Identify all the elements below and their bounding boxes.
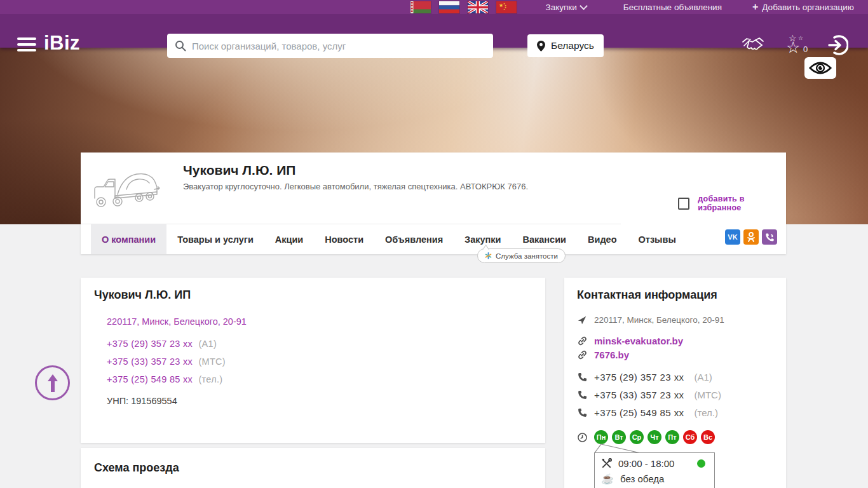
top-utility-bar: ★ ★★ ★★ Закупки Бесплатные объявления + …	[0, 0, 868, 14]
plus-icon: +	[752, 1, 758, 13]
viber-icon[interactable]	[762, 229, 777, 245]
tab-news[interactable]: Новости	[314, 224, 374, 254]
topbar-free-ads-link[interactable]: Бесплатные объявления	[623, 3, 722, 12]
flag-belarus-icon[interactable]	[410, 1, 431, 13]
views-eye-badge[interactable]	[804, 57, 836, 79]
chevron-down-icon	[580, 2, 588, 10]
topbar-add-organization-link[interactable]: + Добавить организацию	[752, 1, 854, 13]
day-badge-tue[interactable]: Вт	[612, 430, 626, 444]
star-icon: ☆	[789, 33, 797, 43]
company-profile-card: Чукович Л.Ю. ИП Эвакуатор круглосуточно.…	[81, 152, 786, 254]
tab-video[interactable]: Видео	[577, 224, 628, 254]
tab-about[interactable]: О компании	[91, 224, 166, 254]
topbar-procurement-menu[interactable]: Закупки	[546, 3, 587, 12]
website-link[interactable]: minsk-evakuator.by	[594, 336, 683, 346]
phone-operator: (А1)	[198, 339, 217, 349]
coffee-cup-icon: ☕	[601, 474, 614, 484]
phone-number[interactable]: +375 (29) 357 23 xx	[594, 372, 684, 383]
company-info-card: Чукович Л.Ю. ИП 220117, Минск, Белецкого…	[81, 278, 545, 443]
add-org-label: Добавить организацию	[762, 3, 854, 12]
website-row: 7676.by	[577, 349, 629, 360]
open-now-dot	[697, 459, 705, 468]
favorite-label: добавить в избранное	[698, 194, 786, 212]
phone-number[interactable]: +375 (33) 357 23 xx	[594, 390, 684, 400]
phone-operator: (МТС)	[694, 390, 721, 400]
phone-row: +375 (33) 357 23 xx (МТС)	[107, 356, 226, 367]
day-badge-wed[interactable]: Ср	[630, 430, 644, 444]
add-to-favorites-control[interactable]: добавить в избранное	[678, 194, 786, 212]
contact-info-card: Контактная информация 220117, Минск, Бел…	[564, 278, 786, 488]
day-badge-sat[interactable]: Сб	[683, 430, 697, 444]
website-row: minsk-evakuator.by	[577, 336, 683, 346]
menu-hamburger-icon[interactable]	[17, 37, 36, 52]
login-icon[interactable]	[828, 35, 848, 55]
phone-link[interactable]: +375 (25) 549 85 xx	[107, 374, 193, 384]
tab-ads[interactable]: Объявления	[374, 224, 454, 254]
flag-uk-icon[interactable]	[468, 1, 488, 13]
contact-address-row: 220117, Минск, Белецкого, 20-91	[577, 315, 724, 325]
phone-icon	[577, 408, 587, 417]
day-badge-thu[interactable]: Чт	[648, 430, 661, 444]
site-logo[interactable]: iBiz	[44, 32, 80, 55]
tab-reviews[interactable]: Отзывы	[628, 224, 687, 254]
company-logo-tow-truck	[91, 161, 162, 215]
company-name: Чукович Л.Ю. ИП	[183, 163, 295, 178]
phone-row: +375 (25) 549 85 xx (тел.)	[107, 374, 222, 384]
location-selector-button[interactable]: Беларусь	[527, 34, 604, 57]
contact-address: 220117, Минск, Белецкого, 20-91	[594, 315, 724, 325]
day-badge-sun[interactable]: Вс	[701, 430, 715, 444]
arrow-up-icon	[46, 373, 59, 393]
flag-china-icon[interactable]: ★ ★★ ★★	[496, 1, 517, 13]
phone-link[interactable]: +375 (29) 357 23 xx	[107, 339, 193, 349]
employment-service-tooltip: Служба занятости	[477, 248, 566, 263]
scroll-to-top-button[interactable]	[35, 365, 70, 400]
svg-text:★: ★	[503, 8, 505, 11]
partners-handshake-icon[interactable]	[742, 36, 764, 56]
company-description: Эвакуатор круглосуточно. Легковые автомо…	[183, 182, 528, 191]
free-ads-label: Бесплатные объявления	[623, 3, 722, 12]
vk-icon[interactable]: VK	[725, 229, 740, 245]
procurement-label: Закупки	[546, 3, 577, 12]
odnoklassniki-icon[interactable]	[743, 229, 759, 245]
navigation-arrow-icon	[577, 316, 587, 325]
company-address-link[interactable]: 220117, Минск, Белецкого, 20-91	[107, 316, 247, 327]
phone-operator: (тел.)	[694, 407, 717, 418]
social-links: VK	[725, 229, 777, 245]
star-icon: ☆	[798, 35, 803, 41]
phone-row: +375 (29) 357 23 xx (А1)	[107, 339, 217, 349]
directions-map-card: Схема проезда	[81, 448, 545, 488]
search-bar[interactable]	[167, 34, 493, 58]
flag-russia-icon[interactable]	[439, 1, 459, 13]
link-icon	[577, 336, 587, 346]
phone-operator: (тел.)	[198, 374, 222, 384]
employment-service-asterisk-icon	[485, 252, 492, 259]
favorites-stars-icon[interactable]: ☆ ☆ ☆ 0	[786, 34, 813, 57]
work-tools-icon	[601, 458, 612, 469]
phone-number[interactable]: +375 (25) 549 85 xx	[594, 407, 684, 418]
working-hours-row: ПнВтСрЧтПтСбВс	[577, 430, 719, 444]
phone-link[interactable]: +375 (33) 357 23 xx	[107, 356, 193, 367]
tab-promotions[interactable]: Акции	[264, 224, 314, 254]
phone-operator: (МТС)	[198, 356, 226, 367]
clock-icon	[577, 433, 587, 442]
contact-phone-row: +375 (33) 357 23 xx (МТС)	[577, 390, 721, 400]
location-label: Беларусь	[551, 40, 594, 51]
contact-phone-row: +375 (25) 549 85 xx (тел.)	[577, 407, 718, 418]
day-badge-mon[interactable]: Пн	[594, 430, 608, 444]
hours-popup-pointer	[593, 444, 644, 453]
phone-icon	[577, 372, 587, 382]
tab-products-services[interactable]: Товары и услуги	[166, 224, 264, 254]
company-unp: УНП: 191569554	[107, 396, 177, 406]
main-header: iBiz Беларусь ☆ ☆ ☆ 0	[0, 14, 868, 48]
contact-card-title: Контактная информация	[577, 288, 717, 302]
phone-operator: (А1)	[694, 372, 712, 383]
website-link[interactable]: 7676.by	[594, 349, 629, 360]
phone-icon	[577, 390, 587, 400]
location-pin-icon	[537, 41, 545, 51]
favorites-count: 0	[803, 44, 808, 54]
search-input[interactable]	[192, 41, 485, 51]
favorite-checkbox[interactable]	[678, 198, 689, 210]
day-badge-fri[interactable]: Пт	[665, 430, 679, 444]
map-card-title: Схема проезда	[94, 461, 179, 475]
working-hours-time: 09:00 - 18:00	[618, 458, 674, 469]
